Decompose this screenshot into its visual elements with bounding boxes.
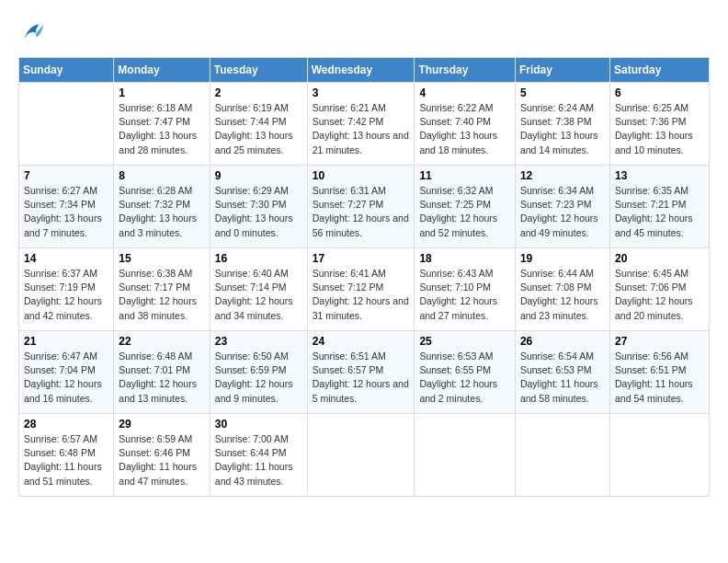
day-info-line: Sunset: 6:48 PM <box>24 447 96 458</box>
day-cell: 7Sunrise: 6:27 AMSunset: 7:34 PMDaylight… <box>19 166 114 248</box>
day-info-line: Sunrise: 6:18 AM <box>119 102 192 113</box>
day-header-tuesday: Tuesday <box>210 58 307 83</box>
day-cell: 24Sunrise: 6:51 AMSunset: 6:57 PMDayligh… <box>307 331 415 414</box>
day-number: 15 <box>119 252 204 265</box>
day-cell: 21Sunrise: 6:47 AMSunset: 7:04 PMDayligh… <box>19 331 114 414</box>
day-info-line: Daylight: 13 hours and 14 minutes. <box>520 130 598 155</box>
day-info-line: Sunset: 6:57 PM <box>313 364 384 375</box>
day-info-line: Sunset: 7:14 PM <box>215 282 287 293</box>
day-cell: 29Sunrise: 6:59 AMSunset: 6:46 PMDayligh… <box>114 414 210 497</box>
day-cell: 12Sunrise: 6:34 AMSunset: 7:23 PMDayligh… <box>515 166 609 248</box>
day-header-monday: Monday <box>114 58 210 83</box>
day-info-line: Sunrise: 6:59 AM <box>119 433 192 444</box>
day-cell: 10Sunrise: 6:31 AMSunset: 7:27 PMDayligh… <box>307 166 415 248</box>
day-info: Sunrise: 6:38 AMSunset: 7:17 PMDaylight:… <box>119 267 204 323</box>
day-info-line: Daylight: 12 hours and 49 minutes. <box>520 213 598 237</box>
day-info-line: Sunset: 7:06 PM <box>615 282 687 293</box>
day-info: Sunrise: 6:31 AMSunset: 7:27 PMDaylight:… <box>313 184 410 240</box>
day-cell: 2Sunrise: 6:19 AMSunset: 7:44 PMDaylight… <box>210 83 307 166</box>
day-info: Sunrise: 6:27 AMSunset: 7:34 PMDaylight:… <box>24 184 108 240</box>
day-cell <box>609 414 709 497</box>
day-number: 5 <box>520 86 605 99</box>
day-number: 16 <box>215 252 302 265</box>
day-info-line: Sunset: 7:27 PM <box>313 199 384 210</box>
day-info-line: Sunrise: 6:28 AM <box>119 185 192 196</box>
day-info-line: Sunrise: 6:45 AM <box>615 268 688 279</box>
day-info-line: Sunset: 6:46 PM <box>119 447 190 458</box>
day-info-line: Sunrise: 6:41 AM <box>313 268 386 279</box>
day-info: Sunrise: 6:18 AMSunset: 7:47 PMDaylight:… <box>119 101 204 157</box>
day-info-line: Sunrise: 7:00 AM <box>215 433 289 444</box>
day-cell: 14Sunrise: 6:37 AMSunset: 7:19 PMDayligh… <box>19 248 114 331</box>
day-info: Sunrise: 6:40 AMSunset: 7:14 PMDaylight:… <box>215 267 302 323</box>
day-info-line: Sunset: 7:21 PM <box>615 199 687 210</box>
day-info-line: Sunset: 7:04 PM <box>24 364 96 375</box>
day-info-line: Sunset: 6:55 PM <box>419 364 491 375</box>
day-header-wednesday: Wednesday <box>307 58 415 83</box>
day-cell: 6Sunrise: 6:25 AMSunset: 7:36 PMDaylight… <box>609 83 709 166</box>
day-info-line: Sunset: 7:12 PM <box>313 282 384 293</box>
day-number: 30 <box>215 418 302 431</box>
day-info-line: Daylight: 13 hours and 25 minutes. <box>215 130 293 155</box>
day-number: 24 <box>313 335 410 348</box>
day-number: 8 <box>119 169 204 182</box>
day-number: 9 <box>215 169 302 182</box>
day-info-line: Sunset: 7:19 PM <box>24 282 96 293</box>
day-info: Sunrise: 6:25 AMSunset: 7:36 PMDaylight:… <box>615 101 704 157</box>
day-cell: 18Sunrise: 6:43 AMSunset: 7:10 PMDayligh… <box>415 248 516 331</box>
day-number: 26 <box>520 335 605 348</box>
day-info-line: Sunset: 7:32 PM <box>119 199 190 210</box>
day-info-line: Daylight: 13 hours and 18 minutes. <box>419 130 497 155</box>
day-cell: 4Sunrise: 6:22 AMSunset: 7:40 PMDaylight… <box>415 83 516 166</box>
day-cell: 23Sunrise: 6:50 AMSunset: 6:59 PMDayligh… <box>210 331 307 414</box>
day-info-line: Sunrise: 6:29 AM <box>215 185 289 196</box>
day-info-line: Sunset: 6:59 PM <box>215 364 287 375</box>
day-number: 4 <box>419 86 510 99</box>
day-number: 14 <box>24 252 108 265</box>
day-info-line: Sunrise: 6:32 AM <box>419 185 493 196</box>
day-cell <box>515 414 609 497</box>
day-info: Sunrise: 6:50 AMSunset: 6:59 PMDaylight:… <box>215 350 302 406</box>
day-info-line: Sunrise: 6:40 AM <box>215 268 289 279</box>
day-info-line: Sunset: 7:10 PM <box>419 282 491 293</box>
week-row-5: 28Sunrise: 6:57 AMSunset: 6:48 PMDayligh… <box>19 414 710 497</box>
day-number: 23 <box>215 335 302 348</box>
day-info: Sunrise: 6:53 AMSunset: 6:55 PMDaylight:… <box>419 350 510 406</box>
day-info-line: Daylight: 12 hours and 45 minutes. <box>615 213 693 237</box>
day-number: 20 <box>615 252 704 265</box>
day-info: Sunrise: 6:29 AMSunset: 7:30 PMDaylight:… <box>215 184 302 240</box>
day-info-line: Daylight: 12 hours and 13 minutes. <box>119 378 197 403</box>
day-info-line: Sunrise: 6:44 AM <box>520 268 594 279</box>
day-info-line: Daylight: 12 hours and 9 minutes. <box>215 378 293 403</box>
day-info-line: Daylight: 12 hours and 38 minutes. <box>119 295 197 320</box>
day-info: Sunrise: 6:37 AMSunset: 7:19 PMDaylight:… <box>24 267 108 323</box>
day-info-line: Daylight: 12 hours and 23 minutes. <box>520 295 598 320</box>
day-info-line: Sunset: 7:34 PM <box>24 199 96 210</box>
day-info-line: Sunrise: 6:21 AM <box>313 102 386 113</box>
day-header-saturday: Saturday <box>609 58 709 83</box>
day-header-sunday: Sunday <box>19 58 114 83</box>
day-number: 22 <box>119 335 204 348</box>
day-info-line: Daylight: 12 hours and 27 minutes. <box>419 295 497 320</box>
day-info: Sunrise: 6:35 AMSunset: 7:21 PMDaylight:… <box>615 184 704 240</box>
day-info: Sunrise: 6:45 AMSunset: 7:06 PMDaylight:… <box>615 267 704 323</box>
day-number: 1 <box>119 86 204 99</box>
day-number: 10 <box>313 169 410 182</box>
day-number: 18 <box>419 252 510 265</box>
day-info-line: Sunrise: 6:35 AM <box>615 185 688 196</box>
day-cell: 1Sunrise: 6:18 AMSunset: 7:47 PMDaylight… <box>114 83 210 166</box>
day-cell: 13Sunrise: 6:35 AMSunset: 7:21 PMDayligh… <box>609 166 709 248</box>
day-info-line: Sunset: 7:30 PM <box>215 199 287 210</box>
page-header <box>18 18 710 48</box>
day-info: Sunrise: 6:59 AMSunset: 6:46 PMDaylight:… <box>119 432 204 488</box>
day-cell: 26Sunrise: 6:54 AMSunset: 6:53 PMDayligh… <box>515 331 609 414</box>
day-info-line: Daylight: 13 hours and 0 minutes. <box>215 213 293 237</box>
day-info-line: Daylight: 13 hours and 10 minutes. <box>615 130 693 155</box>
day-info-line: Daylight: 11 hours and 54 minutes. <box>615 378 693 403</box>
day-info: Sunrise: 6:44 AMSunset: 7:08 PMDaylight:… <box>520 267 605 323</box>
day-info-line: Daylight: 12 hours and 56 minutes. <box>313 213 409 237</box>
day-info: Sunrise: 6:43 AMSunset: 7:10 PMDaylight:… <box>419 267 510 323</box>
day-info: Sunrise: 6:51 AMSunset: 6:57 PMDaylight:… <box>313 350 410 406</box>
day-info-line: Daylight: 12 hours and 52 minutes. <box>419 213 497 237</box>
week-row-3: 14Sunrise: 6:37 AMSunset: 7:19 PMDayligh… <box>19 248 710 331</box>
